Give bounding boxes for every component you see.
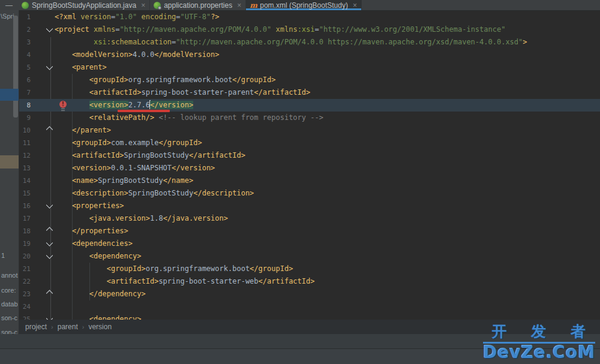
fold-down-icon[interactable] [46, 63, 53, 71]
fold-column [31, 74, 55, 86]
tab-strip: SpringBootStudyApplication.java×applicat… [18, 0, 362, 10]
close-icon[interactable]: × [141, 2, 145, 9]
fold-column [31, 149, 55, 162]
project-tree-item-fragment[interactable]: core: [1, 287, 16, 294]
project-path-fragment: \Spri [1, 13, 14, 20]
code-line[interactable]: 2<project xmlns="http://maven.apache.org… [0, 23, 600, 36]
line-number: 8 [20, 99, 31, 112]
code-line[interactable]: 12 <artifactId>SpringBootStudy</artifact… [0, 149, 600, 162]
tab-label: application.properties [164, 1, 232, 10]
project-tree-item-fragment[interactable]: son-c [1, 329, 17, 334]
code-line[interactable]: 20 <dependency> [0, 250, 600, 263]
code-line[interactable]: 14 <name>SpringBootStudy</name> [0, 175, 600, 187]
fold-down-icon[interactable] [46, 25, 53, 33]
code-text: <description>SpringBootStudy</descriptio… [55, 187, 254, 200]
line-number: 16 [20, 200, 31, 212]
code-line[interactable]: 23 </dependency> [0, 288, 600, 300]
tab-application-properties[interactable]: application.properties× [150, 0, 246, 10]
code-text: <parent> [55, 61, 107, 74]
code-line[interactable]: 10 </parent> [0, 124, 600, 137]
fold-up-icon[interactable] [46, 227, 53, 234]
code-line[interactable]: 22 <artifactId>spring-boot-starter-web</… [0, 275, 600, 288]
code-line[interactable]: 21 <groupId>org.springframework.boot</gr… [0, 263, 600, 275]
project-panel-strip[interactable]: \Spri 1annotcore:databson-cson-c [0, 10, 19, 334]
code-text: <artifactId>SpringBootStudy</artifactId> [55, 149, 245, 162]
status-bar [0, 334, 600, 349]
code-line[interactable]: 24 [0, 300, 600, 313]
line-number: 1 [20, 11, 31, 23]
line-number: 2 [20, 23, 31, 36]
fold-column [31, 36, 55, 49]
code-line[interactable]: 4 <modelVersion>4.0.0</modelVersion> [0, 49, 600, 61]
fold-column [31, 162, 55, 175]
code-line[interactable]: 25 <dependency> [0, 313, 600, 320]
fold-column [31, 250, 55, 263]
project-tree-item-fragment[interactable]: son-c [1, 314, 17, 321]
code-line[interactable]: 16 <properties> [0, 200, 600, 212]
fold-column [31, 124, 55, 137]
fold-down-icon[interactable] [46, 315, 53, 320]
code-line[interactable]: 5 <parent> [0, 61, 600, 74]
code-line[interactable]: 17 <java.version>1.8</java.version> [0, 212, 600, 225]
line-number: 13 [20, 162, 31, 175]
code-line[interactable]: 11 <groupId>com.example</groupId> [0, 137, 600, 149]
fold-column [31, 61, 55, 74]
fold-column [31, 112, 55, 124]
code-line[interactable]: 6 <groupId>org.springframework.boot</gro… [0, 74, 600, 86]
close-icon[interactable]: × [353, 2, 357, 9]
line-number: 19 [20, 237, 31, 250]
tab-pom-xml-springbootstudy-[interactable]: mpom.xml (SpringBootStudy)× [246, 0, 362, 10]
line-number: 21 [20, 263, 31, 275]
fold-column [31, 300, 55, 313]
project-tree-item-fragment[interactable]: 1 [1, 252, 5, 259]
line-number: 17 [20, 212, 31, 225]
code-line[interactable]: 15 <description>SpringBootStudy</descrip… [0, 187, 600, 200]
error-underline [118, 110, 170, 112]
code-text: <groupId>com.example</groupId> [55, 137, 202, 149]
fold-column [31, 175, 55, 187]
error-bulb-icon[interactable]: ! [59, 101, 67, 108]
line-number: 4 [20, 49, 31, 61]
line-number: 11 [20, 137, 31, 149]
scrollbar-thumb[interactable] [13, 16, 18, 118]
fold-column [31, 225, 55, 237]
code-text: <dependency> [55, 313, 142, 320]
code-line[interactable]: 13 <version>0.0.1-SNAPSHOT</version> [0, 162, 600, 175]
code-line[interactable]: 1<?xml version="1.0" encoding="UTF-8"?> [0, 11, 600, 23]
fold-down-icon[interactable] [46, 201, 53, 209]
code-line[interactable]: 18 </properties> [0, 225, 600, 237]
bottom-bar [0, 349, 600, 364]
fold-column [31, 11, 55, 23]
code-text: <modelVersion>4.0.0</modelVersion> [55, 49, 220, 61]
line-number: 22 [20, 275, 31, 288]
code-text: <java.version>1.8</java.version> [55, 212, 228, 225]
code-line[interactable]: 8 <version>2.7.6</version>! [0, 99, 600, 112]
code-text: </parent> [55, 124, 111, 137]
breadcrumb-item-parent[interactable]: parent [58, 323, 78, 331]
code-line[interactable]: 3 xsi:schemaLocation="http://maven.apach… [0, 36, 600, 49]
collapse-panel-icon[interactable]: — [0, 0, 18, 10]
spring-properties-icon [154, 2, 161, 9]
fold-down-icon[interactable] [46, 252, 53, 260]
code-line[interactable]: 9 <relativePath/> <!-- lookup parent fro… [0, 112, 600, 124]
fold-up-icon[interactable] [46, 126, 53, 134]
code-line[interactable]: 19 <dependencies> [0, 237, 600, 250]
tree-selection-highlight [0, 89, 19, 101]
breadcrumb-item-version[interactable]: version [88, 323, 112, 331]
maven-icon: m [250, 2, 257, 9]
code-text: <dependencies> [55, 237, 133, 250]
close-icon[interactable]: × [237, 2, 241, 9]
breadcrumb-item-project[interactable]: project [25, 323, 47, 331]
code-text: <project xmlns="http://maven.apache.org/… [55, 23, 505, 36]
fold-down-icon[interactable] [46, 239, 53, 247]
project-tree-item-fragment[interactable]: datab [1, 300, 18, 308]
fold-up-icon[interactable] [46, 290, 53, 297]
fold-column [31, 237, 55, 250]
code-editor[interactable]: 1<?xml version="1.0" encoding="UTF-8"?>2… [0, 11, 600, 320]
line-number: 14 [20, 175, 31, 187]
code-text: <artifactId>spring-boot-starter-parent</… [55, 86, 310, 99]
fold-column [31, 86, 55, 99]
project-tree-item-fragment[interactable]: annot [1, 272, 18, 279]
tab-springbootstudyapplication-java[interactable]: SpringBootStudyApplication.java× [18, 0, 150, 10]
code-line[interactable]: 7 <artifactId>spring-boot-starter-parent… [0, 86, 600, 99]
